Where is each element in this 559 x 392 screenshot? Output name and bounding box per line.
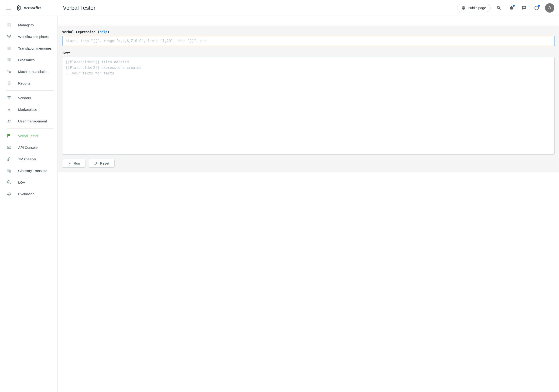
sidebar-item-api-console[interactable]: APIAPI Console — [0, 142, 57, 153]
sidebar-item-evaluation[interactable]: Evaluation — [0, 188, 57, 200]
svg-text:crowdin: crowdin — [24, 5, 41, 10]
store-icon — [7, 95, 12, 100]
sidebar-item-label: Glossaries — [18, 58, 35, 62]
svg-point-13 — [9, 83, 10, 83]
svg-point-4 — [8, 35, 8, 36]
sidebar-item-label: Reports — [18, 81, 30, 85]
text-input[interactable] — [62, 57, 555, 155]
help-link[interactable]: help — [99, 30, 107, 34]
sidebar-item-marketplace[interactable]: Marketplace — [0, 104, 57, 115]
people-icon — [7, 119, 12, 124]
public-page-label: Public page — [468, 6, 486, 10]
text-label: Text — [62, 47, 555, 57]
svg-point-16 — [9, 84, 10, 84]
balance-icon — [7, 191, 12, 196]
svg-text:API: API — [8, 147, 10, 148]
chat-icon — [522, 5, 527, 10]
notifications-button[interactable] — [507, 4, 516, 12]
sidebar-item-label: Verbal Tester — [18, 134, 38, 138]
avatar[interactable]: A — [545, 3, 554, 13]
svg-point-15 — [9, 84, 9, 84]
svg-point-2 — [536, 9, 537, 9]
topbar-main: Verbal Tester — [58, 5, 457, 11]
svg-text:文: 文 — [9, 72, 11, 73]
help-dot — [538, 5, 540, 7]
api-icon: API — [7, 145, 12, 150]
svg-point-6 — [9, 37, 9, 38]
sidebar-item-label: TM Cleaner — [18, 157, 36, 161]
crowdin-logo[interactable]: crowdin — [16, 4, 54, 11]
expression-input[interactable] — [62, 36, 555, 46]
messages-button[interactable] — [520, 4, 528, 12]
user-box-icon — [7, 22, 12, 27]
run-button[interactable]: Run — [62, 159, 85, 168]
sidebar-item-tm-cleaner[interactable]: TM Cleaner — [0, 153, 57, 165]
sidebar-item-label: Marketplace — [18, 108, 37, 111]
page-title: Verbal Tester — [63, 5, 95, 11]
broom-icon — [7, 156, 12, 162]
sidebar-item-translation-memories[interactable]: Translation memories — [0, 42, 57, 54]
svg-rect-10 — [8, 82, 10, 82]
sidebar[interactable]: ManagersWorkflow templatesTranslation me… — [0, 16, 58, 392]
sidebar-item-reports[interactable]: Reports — [0, 77, 57, 89]
main-content: Verbal Expression (help) Text Run Reset — [58, 16, 559, 392]
topbar-left: crowdin — [0, 4, 58, 12]
eraser-icon — [94, 162, 98, 165]
sidebar-item-label: LQA — [18, 180, 25, 184]
doc-translate-icon: 文 — [7, 168, 12, 173]
calculator-icon — [7, 81, 12, 86]
sidebar-item-verbal-tester[interactable]: Verbal Tester — [0, 130, 57, 142]
avatar-initial: A — [548, 5, 551, 10]
reset-label: Reset — [100, 161, 109, 165]
verbal-tester-panel: Verbal Expression (help) Text Run Reset — [58, 26, 559, 172]
sidebar-item-label: User management — [18, 119, 47, 123]
sidebar-item-lqa[interactable]: LQA — [0, 176, 57, 188]
sidebar-item-glossary-translate[interactable]: 文Glossary Translate — [0, 165, 57, 176]
expression-label: Verbal Expression (help) — [62, 26, 555, 36]
sidebar-divider — [7, 128, 54, 128]
play-icon — [67, 162, 71, 165]
flag-icon — [7, 133, 12, 138]
reset-button[interactable]: Reset — [89, 159, 115, 168]
translate-icon: G文 — [7, 69, 12, 74]
sidebar-item-label: Evaluation — [18, 192, 35, 196]
sidebar-item-glossaries[interactable]: Glossaries — [0, 54, 57, 66]
book-icon — [7, 57, 12, 62]
help-button[interactable] — [532, 4, 541, 12]
run-label: Run — [74, 161, 80, 165]
globe-icon — [461, 6, 466, 10]
search-icon — [496, 5, 502, 10]
button-row: Run Reset — [62, 159, 555, 168]
notification-dot — [513, 5, 515, 7]
sidebar-item-label: Translation memories — [18, 46, 52, 50]
svg-text:文: 文 — [9, 170, 11, 172]
sidebar-item-user-management[interactable]: User management — [0, 115, 57, 127]
sidebar-item-label: Glossary Translate — [18, 169, 47, 173]
svg-point-11 — [8, 83, 9, 83]
public-page-button[interactable]: Public page — [457, 4, 491, 12]
sidebar-item-label: API Console — [18, 146, 37, 149]
hamburger-icon — [6, 6, 11, 10]
sidebar-item-machine-translation[interactable]: G文Machine translation — [0, 66, 57, 77]
svg-point-17 — [8, 120, 9, 121]
hamburger-menu-button[interactable] — [5, 4, 12, 12]
sidebar-item-label: Managers — [18, 23, 34, 27]
svg-point-14 — [8, 84, 9, 84]
sidebar-item-workflow-templates[interactable]: Workflow templates — [0, 31, 57, 42]
download-icon — [7, 107, 12, 112]
svg-point-3 — [9, 24, 10, 25]
search-button[interactable] — [495, 4, 503, 12]
sidebar-item-label: Vendors — [18, 96, 31, 100]
workflow-icon — [7, 34, 12, 39]
topbar: crowdin Verbal Tester Public page — [0, 0, 559, 16]
sidebar-item-label: Machine translation — [18, 70, 48, 73]
magnify-check-icon — [7, 180, 12, 185]
svg-point-25 — [9, 192, 9, 193]
svg-text:G: G — [8, 70, 9, 71]
sidebar-item-managers[interactable]: Managers — [0, 19, 57, 31]
sidebar-item-vendors[interactable]: Vendors — [0, 92, 57, 104]
book-text-icon — [7, 46, 12, 51]
topbar-right: Public page A — [457, 3, 559, 13]
sidebar-divider — [7, 90, 54, 91]
sidebar-item-label: Workflow templates — [18, 35, 49, 39]
